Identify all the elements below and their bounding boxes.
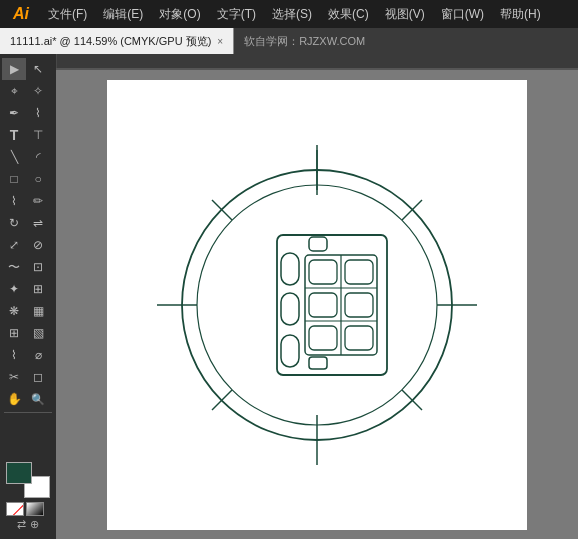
tool-type-on-path[interactable]: ⊤ [26,124,50,146]
menu-window[interactable]: 窗口(W) [433,2,492,27]
menu-select[interactable]: 选择(S) [264,2,320,27]
tab-label: 11111.ai* @ 114.59% (CMYK/GPU 预览) [10,34,211,49]
svg-rect-30 [309,357,327,369]
tool-eraser[interactable]: ◻ [26,366,50,388]
left-toolbar: ▶ ↖ ⌖ ✧ ✒ ⌇ T ⊤ ╲ ◜ □ ○ ⌇ ✏ ↻ ⇌ [0,54,56,539]
tool-zoom[interactable]: 🔍 [26,388,50,410]
svg-rect-15 [277,235,387,375]
foreground-color-swatch[interactable] [6,462,32,484]
ruler-top [56,54,578,70]
menu-bar: 文件(F) 编辑(E) 对象(O) 文字(T) 选择(S) 效果(C) 视图(V… [40,2,549,27]
artboard [107,80,527,530]
svg-rect-28 [281,335,299,367]
tool-pen[interactable]: ✒ [2,102,26,124]
tab-close-button[interactable]: × [217,36,223,47]
svg-point-4 [197,185,437,425]
tool-paintbrush[interactable]: ⌇ [2,190,26,212]
svg-rect-21 [345,260,373,284]
swatch-stack [6,462,50,498]
tool-pencil[interactable]: ✏ [26,190,50,212]
tool-rotate[interactable]: ↻ [2,212,26,234]
tool-shear[interactable]: ⊘ [26,234,50,256]
canvas-inner [56,70,578,539]
none-swatch[interactable] [6,502,24,516]
tool-hand[interactable]: ✋ [2,388,26,410]
tool-line[interactable]: ╲ [2,146,26,168]
canvas-wrapper [56,54,578,539]
color-section: ⇄ ⊕ [2,458,54,535]
tool-gradient[interactable]: ▧ [26,322,50,344]
svg-rect-0 [56,54,578,70]
svg-rect-20 [309,260,337,284]
svg-rect-22 [309,293,337,317]
tool-blend[interactable]: ⌀ [26,344,50,366]
tool-lasso[interactable]: ⌖ [2,80,26,102]
active-tab[interactable]: 11111.ai* @ 114.59% (CMYK/GPU 预览) × [0,28,234,54]
tool-select[interactable]: ▶ [2,58,26,80]
tool-column-graph[interactable]: ▦ [26,300,50,322]
watermark-label: 软自学网：RJZXW.COM [234,34,375,49]
tool-perspective[interactable]: ⊞ [26,278,50,300]
tool-scissors[interactable]: ✂ [2,366,26,388]
tool-reflect[interactable]: ⇌ [26,212,50,234]
main-layout: ▶ ↖ ⌖ ✧ ✒ ⌇ T ⊤ ╲ ◜ □ ○ ⌇ ✏ ↻ ⇌ [0,54,578,539]
tool-scale[interactable]: ⤢ [2,234,26,256]
menu-effect[interactable]: 效果(C) [320,2,377,27]
artwork-svg [157,145,477,465]
menu-view[interactable]: 视图(V) [377,2,433,27]
tool-mesh[interactable]: ⊞ [2,322,26,344]
tool-direct-select[interactable]: ↖ [26,58,50,80]
swap-colors-icon[interactable]: ⇄ [17,518,26,531]
tool-symbol-sprayer[interactable]: ❋ [2,300,26,322]
tool-rect[interactable]: □ [2,168,26,190]
title-bar: Ai 文件(F) 编辑(E) 对象(O) 文字(T) 选择(S) 效果(C) 视… [0,0,578,28]
menu-file[interactable]: 文件(F) [40,2,95,27]
tool-type[interactable]: T [2,124,26,146]
svg-rect-26 [281,253,299,285]
svg-rect-27 [281,293,299,325]
menu-help[interactable]: 帮助(H) [492,2,549,27]
menu-edit[interactable]: 编辑(E) [95,2,151,27]
tool-puppet-warp[interactable]: ✦ [2,278,26,300]
svg-rect-2 [56,68,578,69]
default-colors-icon[interactable]: ⊕ [30,518,39,531]
tab-bar: 11111.ai* @ 114.59% (CMYK/GPU 预览) × 软自学网… [0,28,578,54]
tool-curvature[interactable]: ⌇ [26,102,50,124]
tool-eyedropper[interactable]: ⌇ [2,344,26,366]
swatch-mini-row [6,502,50,516]
menu-object[interactable]: 对象(O) [151,2,208,27]
tool-magic-wand[interactable]: ✧ [26,80,50,102]
svg-rect-24 [309,326,337,350]
svg-rect-25 [345,326,373,350]
tool-arc[interactable]: ◜ [26,146,50,168]
tool-free-transform[interactable]: ⊡ [26,256,50,278]
svg-rect-23 [345,293,373,317]
toolbar-divider [4,412,52,413]
menu-text[interactable]: 文字(T) [209,2,264,27]
tool-ellipse[interactable]: ○ [26,168,50,190]
tool-warp[interactable]: 〜 [2,256,26,278]
ai-logo: Ai [6,0,36,28]
svg-rect-29 [309,237,327,251]
gradient-swatch[interactable] [26,502,44,516]
